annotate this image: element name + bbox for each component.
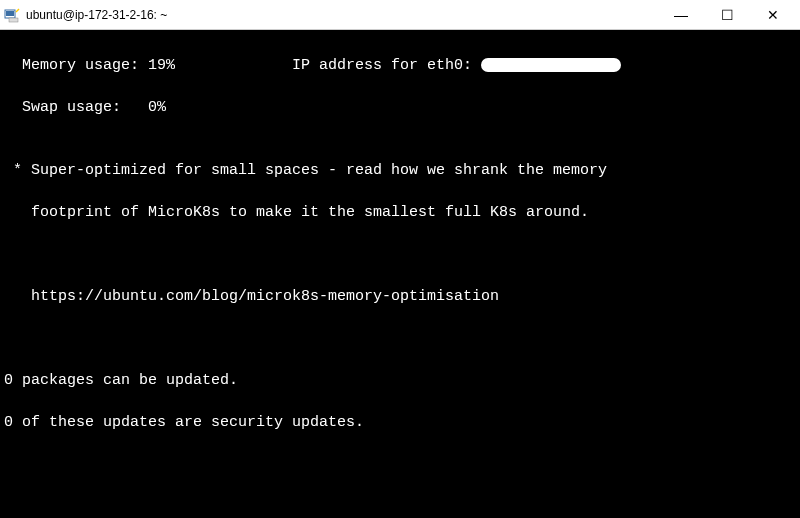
swap-label: Swap usage: — [4, 99, 148, 116]
terminal-output[interactable]: Memory usage: 19% IP address for eth0: S… — [0, 30, 800, 518]
packages-line-2: 0 of these updates are security updates. — [4, 412, 796, 433]
swap-value: 0% — [148, 99, 166, 116]
svg-line-3 — [16, 9, 19, 12]
optim-line-1: * Super-optimized for small spaces - rea… — [4, 160, 796, 181]
ip-label: IP address for eth0: — [175, 57, 481, 74]
blank-line — [4, 496, 796, 517]
mem-usage-label: Memory usage: — [4, 57, 148, 74]
swap-usage-line: Swap usage: 0% — [4, 97, 796, 118]
optim-line-2: footprint of MicroK8s to make it the sma… — [4, 202, 796, 223]
mem-usage-line: Memory usage: 19% IP address for eth0: — [4, 55, 796, 76]
window-titlebar: ubuntu@ip-172-31-2-16: ~ — ☐ ✕ — [0, 0, 800, 30]
blank-line — [4, 454, 796, 475]
packages-line-1: 0 packages can be updated. — [4, 370, 796, 391]
ip-redacted — [481, 58, 621, 72]
close-button[interactable]: ✕ — [750, 0, 796, 30]
window-title: ubuntu@ip-172-31-2-16: ~ — [26, 8, 658, 22]
maximize-button[interactable]: ☐ — [704, 0, 750, 30]
mem-usage-value: 19% — [148, 57, 175, 74]
blank-line — [4, 244, 796, 265]
svg-rect-1 — [6, 11, 14, 16]
putty-icon — [4, 7, 20, 23]
minimize-button[interactable]: — — [658, 0, 704, 30]
optim-url: https://ubuntu.com/blog/microk8s-memory-… — [4, 286, 796, 307]
window-controls: — ☐ ✕ — [658, 0, 796, 30]
svg-rect-2 — [9, 18, 18, 22]
blank-line — [4, 328, 796, 349]
